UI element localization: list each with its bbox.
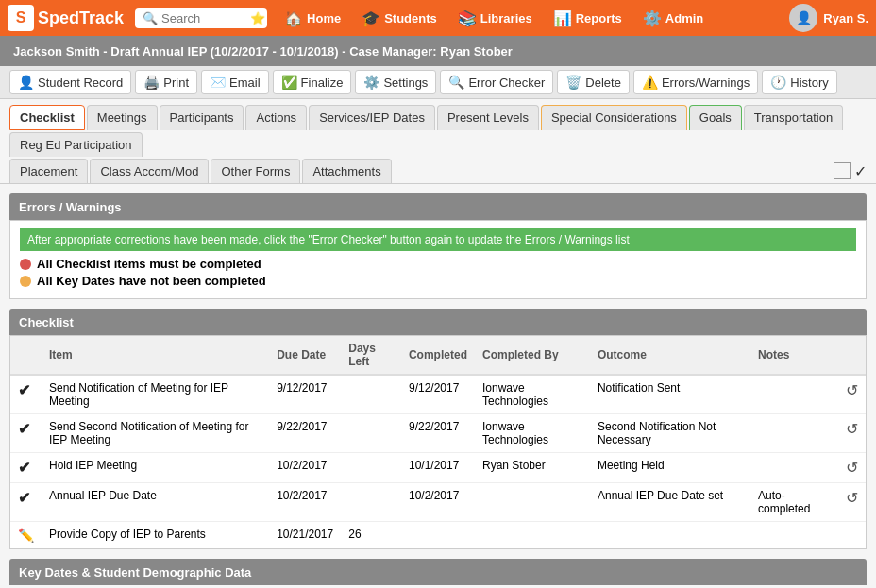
tab-present-levels[interactable]: Present Levels	[437, 105, 539, 130]
finalize-label: Finalize	[301, 76, 344, 90]
student-record-button[interactable]: 👤 Student Record	[9, 70, 131, 94]
tab-transportation[interactable]: Transportation	[744, 105, 843, 130]
errors-warnings-label: Errors/Warnings	[662, 76, 750, 90]
settings-label: Settings	[383, 76, 428, 90]
settings-icon: ⚙️	[363, 75, 379, 90]
search-box[interactable]: 🔍 ⭐	[135, 8, 267, 28]
history-label: History	[790, 76, 828, 90]
row3-due-date: 10/2/2017	[269, 453, 341, 483]
nav-reports-label: Reports	[576, 11, 622, 25]
table-header-row: Item Due Date Days Left Completed Comple…	[10, 336, 866, 375]
tab-actions[interactable]: Actions	[245, 105, 307, 130]
row3-refresh-button[interactable]: ↺	[846, 459, 858, 477]
tab-checklist[interactable]: Checklist	[9, 105, 85, 130]
tab-services-iep-dates[interactable]: Services/IEP Dates	[309, 105, 435, 130]
app-name: SpedTrack	[38, 8, 124, 28]
table-row: ✔ Send Notification of Meeting for IEP M…	[10, 375, 866, 414]
row5-days-left: 26	[341, 522, 401, 549]
check-mark-icon: ✔	[18, 382, 30, 398]
tab-goals[interactable]: Goals	[689, 105, 742, 130]
nav-admin[interactable]: ⚙️ Admin	[633, 6, 713, 31]
tab-placement[interactable]: Placement	[9, 159, 88, 183]
nav-items: 🏠 Home 🎓 Students 📚 Libraries 📊 Reports …	[275, 6, 785, 31]
main-content: Errors / Warnings After appropriate corr…	[0, 184, 876, 588]
star-icon: ⭐	[250, 11, 265, 25]
row5-notes	[750, 522, 838, 549]
nav-students-label: Students	[384, 11, 437, 25]
finalize-button[interactable]: ✅ Finalize	[273, 70, 352, 94]
pencil-icon: ✏️	[18, 528, 34, 543]
row5-action	[838, 522, 866, 549]
check-mark-icon: ✔	[18, 460, 30, 476]
row1-action[interactable]: ↺	[838, 375, 866, 414]
row2-days-left	[341, 414, 401, 453]
tab-reg-ed[interactable]: Reg Ed Participation	[9, 132, 143, 157]
row2-refresh-button[interactable]: ↺	[846, 420, 858, 438]
error-item-2: All Key Dates have not been completed	[20, 274, 856, 288]
email-button[interactable]: ✉️ Email	[201, 70, 269, 94]
col-status	[10, 336, 42, 375]
red-dot-icon	[20, 259, 31, 270]
tabs-container: Checklist Meetings Participants Actions …	[0, 99, 876, 184]
checklist-section: Checklist Item Due Date Days Left Comple…	[9, 309, 867, 549]
nav-reports[interactable]: 📊 Reports	[544, 6, 632, 31]
print-label: Print	[163, 76, 189, 90]
error-checker-button[interactable]: 🔍 Error Checker	[440, 70, 553, 94]
errors-body: After appropriate corrections have been …	[9, 220, 867, 299]
delete-icon: 🗑️	[565, 75, 581, 90]
row4-action[interactable]: ↺	[838, 483, 866, 522]
row5-status: ✏️	[10, 522, 42, 549]
search-icon: 🔍	[143, 11, 158, 25]
row1-due-date: 9/12/2017	[269, 375, 341, 414]
email-label: Email	[229, 76, 261, 90]
row2-completed-by: Ionwave Technologies	[475, 414, 590, 453]
row1-completed: 9/12/2017	[401, 375, 475, 414]
row5-item: Provide Copy of IEP to Parents	[42, 522, 269, 549]
delete-button[interactable]: 🗑️ Delete	[557, 70, 630, 94]
row3-action[interactable]: ↺	[838, 453, 866, 483]
search-input[interactable]	[161, 11, 246, 25]
history-button[interactable]: 🕐 History	[762, 70, 836, 94]
row5-completed	[401, 522, 475, 549]
home-icon: 🏠	[284, 9, 303, 27]
tab-class-accom-mod[interactable]: Class Accom/Mod	[90, 159, 209, 183]
table-row: ✔ Send Second Notification of Meeting fo…	[10, 414, 866, 453]
user-area[interactable]: 👤 Ryan S.	[789, 4, 868, 32]
keydates-title: Key Dates & Student Demographic Data	[19, 565, 251, 580]
checklist-title: Checklist	[19, 315, 74, 329]
delete-label: Delete	[585, 76, 621, 90]
tab-meetings[interactable]: Meetings	[87, 105, 158, 130]
admin-icon: ⚙️	[643, 9, 662, 27]
row1-notes	[750, 375, 838, 414]
settings-button[interactable]: ⚙️ Settings	[355, 70, 436, 94]
nav-home-label: Home	[307, 11, 341, 25]
row4-refresh-button[interactable]: ↺	[846, 489, 858, 507]
tab-participants[interactable]: Participants	[160, 105, 244, 130]
col-notes: Notes	[750, 336, 838, 375]
nav-students[interactable]: 🎓 Students	[352, 6, 446, 31]
row2-action[interactable]: ↺	[838, 414, 866, 453]
row1-refresh-button[interactable]: ↺	[846, 381, 858, 399]
checkmark-icon: ✓	[854, 162, 867, 180]
print-button[interactable]: 🖨️ Print	[135, 70, 197, 94]
row4-days-left	[341, 483, 401, 522]
logo-area: S SpedTrack	[8, 5, 124, 31]
nav-libraries-label: Libraries	[480, 11, 532, 25]
col-outcome: Outcome	[590, 336, 750, 375]
nav-home[interactable]: 🏠 Home	[275, 6, 350, 31]
error-item-1: All Checklist items must be completed	[20, 257, 856, 271]
tab-special-considerations[interactable]: Special Considerations	[541, 105, 687, 130]
errors-title: Errors / Warnings	[19, 200, 122, 214]
tab-attachments[interactable]: Attachments	[302, 159, 391, 183]
tab-other-forms[interactable]: Other Forms	[211, 159, 300, 183]
col-actions	[838, 336, 866, 375]
libraries-icon: 📚	[458, 9, 477, 27]
row5-completed-by	[475, 522, 590, 549]
errors-warnings-button[interactable]: ⚠️ Errors/Warnings	[633, 70, 758, 94]
row2-due-date: 9/22/2017	[269, 414, 341, 453]
nav-libraries[interactable]: 📚 Libraries	[448, 6, 542, 31]
col-item: Item	[42, 336, 269, 375]
patient-title: Jackson Smith - Draft Annual IEP (10/2/2…	[13, 44, 513, 59]
checklist-header: Checklist	[9, 309, 867, 335]
checkbox-icon[interactable]	[834, 162, 851, 179]
